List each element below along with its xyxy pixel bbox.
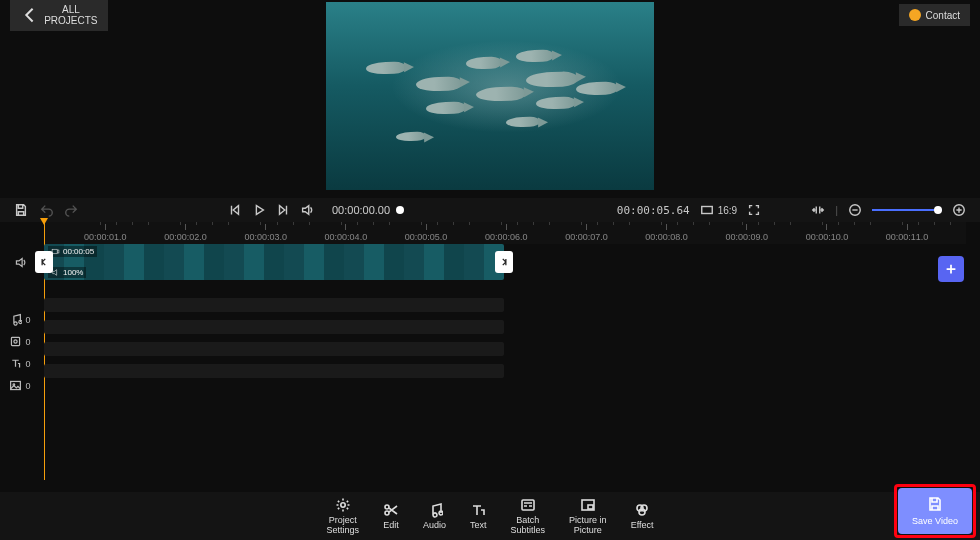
all-projects-label: ALL PROJECTS [44,4,97,26]
transport-controls: 00:00:00.00 [228,203,412,217]
ruler-tick-label: 00:00:03.0 [244,232,287,242]
contact-avatar-icon [909,9,921,21]
effect-icon [634,502,650,518]
ruler-tick-label: 00:00:08.0 [645,232,688,242]
ruler-tick: 00:00:11.0 [886,224,929,242]
svg-point-8 [341,502,345,506]
text-track-button[interactable]: 0 [9,357,30,370]
svg-point-9 [385,505,389,509]
edit-label: Edit [383,521,399,531]
gear-icon [335,497,351,513]
timeline-area[interactable]: 00:00:05 100% [44,244,966,480]
zoom-slider-knob[interactable] [934,206,942,214]
ruler-tick-label: 00:00:05.0 [405,232,448,242]
sticker-count: 0 [25,337,30,347]
track-mute-button[interactable] [14,256,27,269]
play-icon[interactable] [252,203,266,217]
image-count: 0 [25,381,30,391]
aspect-icon [700,203,714,217]
ruler-tick: 00:00:06.0 [485,224,528,242]
audio-label: Audio [423,521,446,531]
redo-icon[interactable] [64,203,78,217]
ruler-tick: 00:00:03.0 [244,224,287,242]
empty-track-2[interactable] [44,320,504,334]
preview-frame-image [326,2,654,190]
save-icon[interactable] [14,203,28,217]
video-track[interactable]: 00:00:05 100% [44,244,504,280]
ruler-tick: 00:00:07.0 [565,224,608,242]
clip-trim-right-handle[interactable] [495,251,513,273]
add-media-button[interactable] [938,256,964,282]
svg-rect-3 [12,337,20,345]
undo-icon[interactable] [40,203,54,217]
zoom-controls: | [811,203,966,217]
empty-track-1[interactable] [44,298,504,312]
volume-icon[interactable] [300,203,314,217]
music-count: 0 [25,315,30,325]
music-track-button[interactable]: 0 [9,313,30,326]
clip-duration-label: 00:00:05 [48,246,97,257]
audio-button[interactable]: Audio [423,502,446,531]
sticker-track-button[interactable]: 0 [9,335,30,348]
project-settings-label: Project Settings [327,516,360,536]
zoom-slider[interactable] [872,209,942,211]
batch-subtitles-button[interactable]: Batch Subtitles [511,497,546,536]
chevron-left-icon [20,5,40,25]
contact-button[interactable]: Contact [899,4,970,26]
aspect-value: 16:9 [718,205,737,216]
ruler-tick: 00:00:05.0 [405,224,448,242]
controls-bar: 00:00:00.00 00:00:05.64 16:9 | [0,198,980,222]
ruler-tick: 00:00:01.0 [84,224,127,242]
image-icon [9,379,22,392]
save-video-label: Save Video [912,516,958,526]
speaker-icon [14,256,27,269]
save-video-button[interactable]: Save Video [898,488,972,534]
ruler-tick-label: 00:00:04.0 [325,232,368,242]
ruler-tick: 00:00:09.0 [725,224,768,242]
image-track-button[interactable]: 0 [9,379,30,392]
plus-icon [944,262,958,276]
skip-forward-icon[interactable] [276,203,290,217]
pip-button[interactable]: Picture in Picture [569,497,607,536]
text-icon [9,357,22,370]
svg-point-10 [385,511,389,515]
empty-track-3[interactable] [44,342,504,356]
pip-label: Picture in Picture [569,516,607,536]
text-count: 0 [25,359,30,369]
timeline-ruler[interactable]: 00:00:01.000:00:02.000:00:03.000:00:04.0… [44,222,966,244]
video-preview[interactable] [326,2,654,190]
zoom-in-icon[interactable] [952,203,966,217]
fit-timeline-icon[interactable] [811,203,825,217]
sticker-icon [9,335,22,348]
empty-track-4[interactable] [44,364,504,378]
undo-redo-group [40,203,78,217]
scissors-icon [383,502,399,518]
clip-trim-left-handle[interactable] [35,251,53,273]
ruler-tick-label: 00:00:09.0 [725,232,768,242]
project-settings-button[interactable]: Project Settings [327,497,360,536]
svg-rect-0 [701,207,712,214]
skip-back-icon[interactable] [228,203,242,217]
ruler-tick-label: 00:00:02.0 [164,232,207,242]
ruler-tick: 00:00:08.0 [645,224,688,242]
text-button[interactable]: Text [470,502,487,531]
clip-duration-value: 00:00:05 [63,247,94,256]
effect-button[interactable]: Effect [631,502,654,531]
edit-button[interactable]: Edit [383,502,399,531]
ruler-tick-label: 00:00:06.0 [485,232,528,242]
fullscreen-icon[interactable] [747,203,761,217]
clip-volume-label: 100% [48,267,86,278]
all-projects-button[interactable]: ALL PROJECTS [10,0,108,31]
bottom-toolbar: Project Settings Edit Audio Text Batch S… [0,492,980,540]
svg-rect-13 [588,505,593,509]
pip-icon [580,497,596,513]
ruler-tick: 00:00:04.0 [325,224,368,242]
svg-rect-5 [11,381,21,389]
svg-point-4 [14,340,17,343]
zoom-out-icon[interactable] [848,203,862,217]
contact-label: Contact [926,10,960,21]
aspect-ratio-button[interactable]: 16:9 [700,203,737,217]
video-clip[interactable]: 00:00:05 100% [44,244,504,280]
save-disk-icon [927,496,943,512]
playhead-indicator-icon [396,206,404,214]
